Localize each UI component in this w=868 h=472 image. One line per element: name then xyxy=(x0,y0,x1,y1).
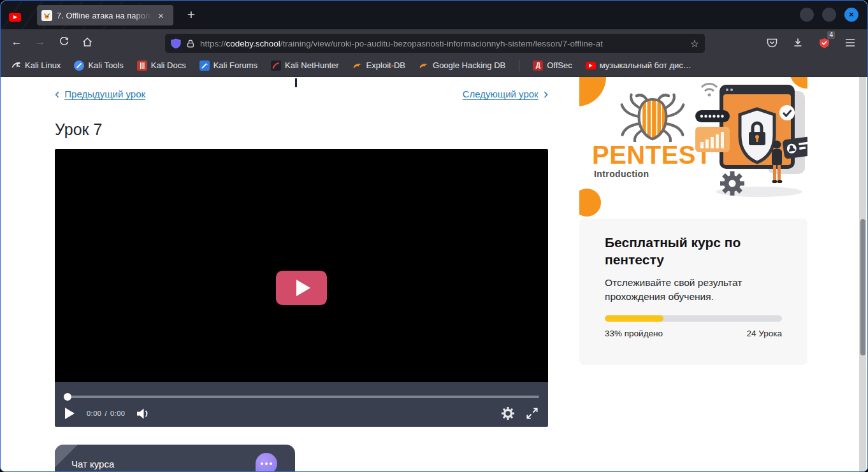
tab-title: 7. Offline атака на пароли xyxy=(57,11,154,20)
page-content: ‹ Предыдущий урок Следующий урок › Урок … xyxy=(1,77,867,471)
seek-track[interactable] xyxy=(68,396,539,398)
active-tab[interactable]: 7. Offline атака на пароли × xyxy=(37,5,173,25)
adguard-extension-icon[interactable]: 4 xyxy=(814,33,834,52)
exploit-db-bird-icon xyxy=(352,61,363,71)
url-text: https://codeby.school/training/view/urok… xyxy=(200,39,685,48)
time-separator: / xyxy=(105,410,107,417)
play-icon xyxy=(296,280,310,296)
ghdb-bird-icon xyxy=(419,61,429,71)
video-controls: 0:00 / 0:00 xyxy=(55,382,548,427)
url-host: codeby.school xyxy=(226,39,280,48)
page-scrollbar[interactable] xyxy=(859,77,866,471)
decor-circle xyxy=(579,189,601,217)
minimize-button[interactable] xyxy=(800,8,814,22)
extension-badge: 4 xyxy=(827,31,835,39)
course-banner[interactable]: PENTEST Introduction xyxy=(579,77,807,217)
youtube-icon xyxy=(586,61,596,71)
youtube-icon xyxy=(9,13,21,22)
forward-button[interactable]: → xyxy=(31,33,50,51)
toolbar-right-icons: 4 xyxy=(762,33,860,52)
clipped-text-artifact xyxy=(295,78,297,87)
lock-icon xyxy=(186,39,195,48)
spider-shield-icon xyxy=(614,91,691,142)
gear-icon xyxy=(720,171,744,196)
home-button[interactable] xyxy=(78,33,97,51)
chat-bubble-icon[interactable] xyxy=(256,453,277,471)
url-path: /training/view/uroki-po-auditu-bezopasno… xyxy=(280,39,603,48)
bookmarks-separator xyxy=(519,60,519,71)
play-button[interactable] xyxy=(65,408,75,419)
bookmark-google-hacking-db[interactable]: Google Hacking DB xyxy=(419,61,505,71)
security-illustration xyxy=(695,77,807,199)
kali-nethunter-icon xyxy=(271,61,281,71)
page-title: Урок 7 xyxy=(55,120,102,139)
fullscreen-icon[interactable] xyxy=(526,408,538,419)
hamburger-menu-icon[interactable] xyxy=(841,33,860,52)
bookmark-star-icon[interactable]: ☆ xyxy=(690,38,699,50)
progress-labels: 33% пройдено 24 Урока xyxy=(605,329,782,338)
shield-lock-icon xyxy=(740,109,774,162)
chevron-right-icon: › xyxy=(544,89,548,99)
big-play-button[interactable] xyxy=(276,271,327,305)
main-column: ‹ Предыдущий урок Следующий урок › Урок … xyxy=(55,77,548,471)
settings-gear-icon[interactable] xyxy=(502,407,514,420)
bookmark-kali-linux[interactable]: Kali Linux xyxy=(11,61,61,71)
seek-bar[interactable] xyxy=(64,393,539,401)
bookmark-kali-docs[interactable]: Kali Docs xyxy=(137,61,186,71)
codeby-favicon-icon xyxy=(41,10,52,21)
new-tab-button[interactable]: + xyxy=(183,6,199,23)
video-screen[interactable] xyxy=(55,149,548,382)
seek-handle[interactable] xyxy=(64,393,71,401)
course-chat-widget[interactable]: Чат курса xyxy=(55,445,295,471)
window-controls: × xyxy=(800,8,858,22)
offsec-icon: Д xyxy=(533,61,543,71)
tab-close-icon[interactable]: × xyxy=(158,11,164,20)
course-card-description: Отслеживайте свой результат прохождения … xyxy=(605,276,770,304)
kali-forums-icon xyxy=(199,61,210,71)
bookmark-music-bot[interactable]: музыкальный бот дис… xyxy=(586,61,691,71)
url-protocol: https:// xyxy=(200,39,226,48)
bookmark-kali-tools[interactable]: Kali Tools xyxy=(74,61,123,71)
next-lesson-link[interactable]: Следующий урок › xyxy=(463,89,548,99)
bookmark-exploit-db[interactable]: Exploit-DB xyxy=(352,61,405,71)
chevron-left-icon: ‹ xyxy=(55,89,59,99)
lesson-navigation: ‹ Предыдущий урок Следующий урок › xyxy=(55,89,548,99)
bookmark-kali-forums[interactable]: Kali Forums xyxy=(199,61,257,71)
nav-toolbar: ← → https://codeby.school/training xyxy=(1,29,867,54)
check-circle-icon xyxy=(779,105,795,120)
bar-chart-icon xyxy=(695,127,730,152)
volume-icon[interactable] xyxy=(137,408,150,419)
pocket-icon[interactable] xyxy=(762,33,781,52)
pinned-youtube-tab[interactable] xyxy=(9,10,21,22)
course-card-title: Бесплатный курс по пентесту xyxy=(605,234,764,268)
kali-dragon-icon xyxy=(11,61,21,71)
titlebar: 7. Offline атака на пароли × + × xyxy=(1,1,867,29)
course-progress-bar xyxy=(605,315,782,322)
course-progress-card: Бесплатный курс по пентесту Отслеживайте… xyxy=(579,218,807,365)
reload-button[interactable] xyxy=(54,33,73,51)
back-button[interactable]: ← xyxy=(7,33,26,51)
maximize-button[interactable] xyxy=(822,8,836,22)
id-card-icon xyxy=(782,136,807,159)
close-button[interactable]: × xyxy=(844,8,858,22)
kali-tools-icon xyxy=(74,61,84,71)
downloads-icon[interactable] xyxy=(788,33,807,52)
course-progress-fill xyxy=(605,315,663,322)
url-bar[interactable]: https://codeby.school/training/view/urok… xyxy=(165,34,705,53)
bookmark-offsec[interactable]: Д OffSec xyxy=(533,61,572,71)
video-player: 0:00 / 0:00 xyxy=(55,149,548,427)
lessons-count-label: 24 Урока xyxy=(747,329,782,338)
previous-lesson-link[interactable]: ‹ Предыдущий урок xyxy=(55,89,145,99)
duration: 0:00 xyxy=(110,410,125,417)
tracking-protection-shield-icon[interactable] xyxy=(171,38,181,48)
wifi-icon xyxy=(702,84,717,97)
password-pill-icon xyxy=(695,110,730,122)
progress-percent-label: 33% пройдено xyxy=(605,329,663,338)
bookmarks-bar: Kali Linux Kali Tools Kali Docs Kali For… xyxy=(1,54,867,77)
bookmark-kali-nethunter[interactable]: Kali NetHunter xyxy=(271,61,339,71)
kali-docs-icon xyxy=(137,61,147,71)
scrollbar-thumb[interactable] xyxy=(860,219,865,355)
video-time: 0:00 / 0:00 xyxy=(87,410,125,417)
browser-window: 7. Offline атака на пароли × + × ← → xyxy=(0,0,868,472)
nav-buttons: ← → xyxy=(1,33,97,51)
